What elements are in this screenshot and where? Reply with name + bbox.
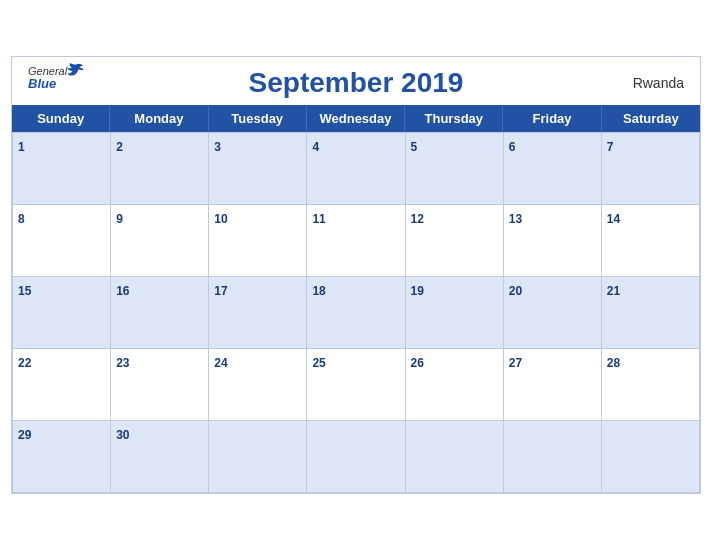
cell-date-number: 3 bbox=[214, 140, 221, 154]
cell-date-number: 14 bbox=[607, 212, 620, 226]
calendar-cell: 3 bbox=[209, 133, 307, 205]
calendar-cell: 17 bbox=[209, 277, 307, 349]
calendar-cell: 6 bbox=[504, 133, 602, 205]
cell-date-number: 21 bbox=[607, 284, 620, 298]
calendar-cell: 18 bbox=[307, 277, 405, 349]
calendar-cell: 24 bbox=[209, 349, 307, 421]
calendar-cell bbox=[602, 421, 700, 493]
cell-date-number: 17 bbox=[214, 284, 227, 298]
calendar-cell: 23 bbox=[111, 349, 209, 421]
cell-date-number: 6 bbox=[509, 140, 516, 154]
day-header-sunday: Sunday bbox=[12, 105, 110, 132]
day-header-tuesday: Tuesday bbox=[209, 105, 307, 132]
calendar-cell: 2 bbox=[111, 133, 209, 205]
days-header: SundayMondayTuesdayWednesdayThursdayFrid… bbox=[12, 105, 700, 132]
cell-date-number: 18 bbox=[312, 284, 325, 298]
calendar-cell: 30 bbox=[111, 421, 209, 493]
calendar-cell: 14 bbox=[602, 205, 700, 277]
calendar-cell: 12 bbox=[406, 205, 504, 277]
day-header-friday: Friday bbox=[503, 105, 601, 132]
day-header-saturday: Saturday bbox=[602, 105, 700, 132]
cell-date-number: 10 bbox=[214, 212, 227, 226]
calendar-cell: 4 bbox=[307, 133, 405, 205]
cell-date-number: 27 bbox=[509, 356, 522, 370]
calendar-cell: 26 bbox=[406, 349, 504, 421]
cell-date-number: 16 bbox=[116, 284, 129, 298]
cell-date-number: 25 bbox=[312, 356, 325, 370]
cell-date-number: 19 bbox=[411, 284, 424, 298]
calendar-cell: 11 bbox=[307, 205, 405, 277]
calendar-cell: 21 bbox=[602, 277, 700, 349]
calendar-cell: 7 bbox=[602, 133, 700, 205]
cell-date-number: 15 bbox=[18, 284, 31, 298]
cell-date-number: 20 bbox=[509, 284, 522, 298]
day-header-wednesday: Wednesday bbox=[307, 105, 405, 132]
cell-date-number: 13 bbox=[509, 212, 522, 226]
calendar-cell: 15 bbox=[13, 277, 111, 349]
calendar-cell bbox=[307, 421, 405, 493]
calendar: General Blue September 2019 Rwanda Sunda… bbox=[11, 56, 701, 494]
calendar-cell bbox=[406, 421, 504, 493]
cell-date-number: 12 bbox=[411, 212, 424, 226]
calendar-cell: 5 bbox=[406, 133, 504, 205]
calendar-cell: 27 bbox=[504, 349, 602, 421]
cell-date-number: 26 bbox=[411, 356, 424, 370]
brand-logo: General Blue bbox=[28, 65, 85, 91]
calendar-cell: 28 bbox=[602, 349, 700, 421]
calendar-cell: 16 bbox=[111, 277, 209, 349]
cell-date-number: 5 bbox=[411, 140, 418, 154]
cell-date-number: 8 bbox=[18, 212, 25, 226]
calendar-cell: 29 bbox=[13, 421, 111, 493]
calendar-cell: 13 bbox=[504, 205, 602, 277]
calendar-cell: 19 bbox=[406, 277, 504, 349]
cell-date-number: 29 bbox=[18, 428, 31, 442]
brand-bird-icon bbox=[67, 63, 85, 77]
calendar-cell: 1 bbox=[13, 133, 111, 205]
calendar-cell: 22 bbox=[13, 349, 111, 421]
cell-date-number: 11 bbox=[312, 212, 325, 226]
calendar-cell: 10 bbox=[209, 205, 307, 277]
cell-date-number: 22 bbox=[18, 356, 31, 370]
brand-blue-text: Blue bbox=[28, 77, 67, 91]
country-label: Rwanda bbox=[633, 75, 684, 91]
calendar-cell bbox=[209, 421, 307, 493]
cell-date-number: 4 bbox=[312, 140, 319, 154]
calendar-header: General Blue September 2019 Rwanda bbox=[12, 57, 700, 105]
calendar-grid: 1234567891011121314151617181920212223242… bbox=[12, 132, 700, 493]
cell-date-number: 7 bbox=[607, 140, 614, 154]
calendar-cell: 25 bbox=[307, 349, 405, 421]
calendar-cell: 8 bbox=[13, 205, 111, 277]
calendar-cell: 20 bbox=[504, 277, 602, 349]
cell-date-number: 30 bbox=[116, 428, 129, 442]
cell-date-number: 28 bbox=[607, 356, 620, 370]
cell-date-number: 9 bbox=[116, 212, 123, 226]
cell-date-number: 1 bbox=[18, 140, 25, 154]
cell-date-number: 23 bbox=[116, 356, 129, 370]
cell-date-number: 2 bbox=[116, 140, 123, 154]
calendar-cell: 9 bbox=[111, 205, 209, 277]
day-header-monday: Monday bbox=[110, 105, 208, 132]
calendar-title: September 2019 bbox=[249, 67, 464, 99]
cell-date-number: 24 bbox=[214, 356, 227, 370]
calendar-cell bbox=[504, 421, 602, 493]
day-header-thursday: Thursday bbox=[405, 105, 503, 132]
